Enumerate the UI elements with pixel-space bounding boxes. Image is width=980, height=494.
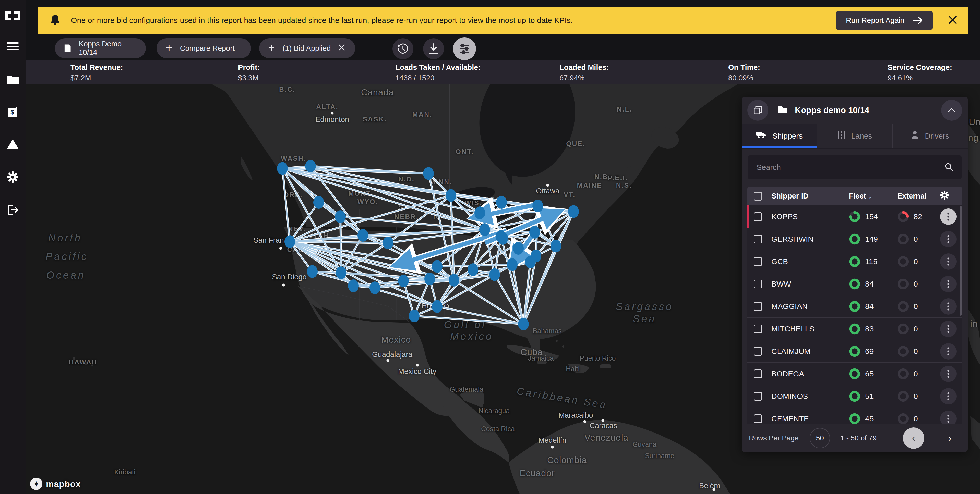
- map-label: Guadalajara: [372, 350, 412, 359]
- duplicate-report-icon[interactable]: [748, 100, 768, 121]
- row-menu-kebab-icon[interactable]: [940, 208, 956, 225]
- folder-icon[interactable]: [0, 68, 25, 91]
- tab-label: Drivers: [925, 132, 949, 140]
- map-label: MICH.: [487, 196, 509, 204]
- row-menu-kebab-icon[interactable]: [940, 253, 956, 270]
- mapbox-icon: ✦: [30, 478, 42, 490]
- table-row-bww[interactable]: BWW840: [748, 273, 962, 295]
- table-row-claimjum[interactable]: CLAIMJUM690: [748, 340, 962, 362]
- progress-ring: [849, 211, 861, 222]
- row-menu-kebab-icon[interactable]: [940, 343, 956, 359]
- row-menu-kebab-icon[interactable]: [940, 276, 956, 292]
- search-input[interactable]: [748, 163, 944, 172]
- row-menu-kebab-icon[interactable]: [940, 231, 956, 247]
- kpi-label: Profit:: [238, 63, 260, 72]
- city-dot: [416, 364, 419, 367]
- kpi-label: On Time:: [728, 63, 760, 72]
- column-fleet[interactable]: Fleet ↓: [849, 192, 897, 200]
- search-icon[interactable]: [944, 162, 953, 173]
- progress-ring: [897, 368, 909, 380]
- progress-ring: [849, 345, 861, 357]
- history-icon[interactable]: [393, 38, 414, 59]
- tab-drivers[interactable]: Drivers: [892, 124, 968, 148]
- table-row-maggian[interactable]: MAGGIAN840: [748, 295, 962, 318]
- external-cell: 0: [897, 391, 940, 402]
- map-label: Puerto Rico: [580, 354, 616, 362]
- run-report-again-button[interactable]: Run Report Again: [836, 11, 932, 30]
- map-label: Colombia: [547, 455, 587, 465]
- map-label: MONT.: [348, 190, 373, 197]
- row-menu-kebab-icon[interactable]: [940, 388, 956, 404]
- row-checkbox[interactable]: [754, 324, 762, 333]
- prev-page-button[interactable]: ‹: [903, 427, 924, 449]
- map-label: B.C.: [279, 86, 296, 94]
- logout-icon[interactable]: [0, 198, 25, 221]
- fleet-cell: 65: [849, 368, 897, 380]
- progress-ring: [897, 345, 909, 357]
- rows-per-page-select[interactable]: 50: [810, 428, 830, 448]
- table-row-mitchells[interactable]: MITCHELLS830: [748, 318, 962, 340]
- external-value: 0: [913, 392, 918, 400]
- table-row-cemente[interactable]: CEMENTE450: [748, 408, 962, 424]
- map-label: Guatemala: [450, 386, 484, 394]
- kpi-value: 67.94%: [560, 74, 609, 82]
- map-label: Medellín: [538, 436, 566, 445]
- row-menu-kebab-icon[interactable]: [940, 411, 956, 424]
- tab-shippers[interactable]: Shippers: [742, 124, 817, 148]
- search-box: [748, 156, 962, 179]
- map-label: WYO.: [358, 198, 378, 206]
- next-page-button[interactable]: ›: [939, 427, 961, 449]
- fleet-cell: 45: [849, 413, 897, 424]
- row-menu-kebab-icon[interactable]: [940, 298, 956, 315]
- truck-icon: [756, 131, 766, 141]
- table-row-dominos[interactable]: DOMINOS510: [748, 385, 962, 408]
- row-checkbox[interactable]: [754, 280, 762, 288]
- map-label: HAWAII: [69, 358, 97, 366]
- remove-bid-icon[interactable]: [338, 44, 345, 52]
- bid-applied-chip[interactable]: + (1) Bid Applied: [259, 38, 355, 58]
- bid-document-icon[interactable]: $: [0, 100, 25, 124]
- row-checkbox[interactable]: [754, 347, 762, 356]
- app-logo: [0, 4, 25, 27]
- map-label: S.D.: [399, 203, 415, 211]
- row-checkbox[interactable]: [754, 370, 762, 378]
- table-rows-viewport[interactable]: KOPPS15482GERSHWIN1490GCB1150BWW840MAGGI…: [748, 205, 962, 424]
- progress-ring: [849, 233, 861, 245]
- report-chip[interactable]: Kopps Demo 10/14: [55, 38, 146, 58]
- row-checkbox[interactable]: [754, 302, 762, 311]
- shipper-id: CEMENTE: [772, 415, 849, 423]
- row-checkbox[interactable]: [754, 415, 762, 423]
- collapse-panel-button[interactable]: [941, 100, 962, 121]
- table-row-kopps[interactable]: KOPPS15482: [748, 205, 962, 228]
- row-checkbox[interactable]: [754, 235, 762, 243]
- download-icon[interactable]: [423, 38, 444, 59]
- banner-close-icon[interactable]: [948, 16, 957, 25]
- run-play-icon[interactable]: [0, 132, 25, 156]
- row-menu-kebab-icon[interactable]: [940, 321, 956, 337]
- table-row-gcb[interactable]: GCB1150: [748, 250, 962, 273]
- filter-sliders-icon[interactable]: [453, 37, 476, 60]
- row-menu-kebab-icon[interactable]: [940, 366, 956, 382]
- settings-gear-icon[interactable]: [0, 165, 25, 189]
- row-checkbox[interactable]: [754, 392, 762, 400]
- table-row-gershwin[interactable]: GERSHWIN1490: [748, 228, 962, 250]
- table-row-bodega[interactable]: BODEGA650: [748, 362, 962, 385]
- external-cell: 0: [897, 413, 940, 424]
- column-settings-gear-icon[interactable]: [940, 191, 958, 201]
- map-label: Mexico: [381, 335, 411, 345]
- select-all-checkbox[interactable]: [754, 192, 762, 200]
- row-checkbox[interactable]: [754, 212, 762, 221]
- map-label: Costa Rica: [481, 425, 515, 433]
- row-checkbox[interactable]: [754, 257, 762, 266]
- compare-report-chip[interactable]: + Compare Report: [156, 38, 251, 58]
- menu-icon[interactable]: [0, 35, 25, 58]
- tab-lanes[interactable]: Lanes: [817, 124, 892, 148]
- table-scrollbar[interactable]: [960, 206, 962, 316]
- map-label: Venezuela: [584, 432, 628, 443]
- map-label: Bahamas: [533, 327, 562, 335]
- map-label: North: [48, 232, 82, 244]
- map-label: IOWA: [433, 213, 454, 221]
- mapbox-attribution[interactable]: ✦ mapbox: [30, 478, 81, 490]
- column-external[interactable]: External: [897, 192, 940, 200]
- fleet-cell: 84: [849, 300, 897, 312]
